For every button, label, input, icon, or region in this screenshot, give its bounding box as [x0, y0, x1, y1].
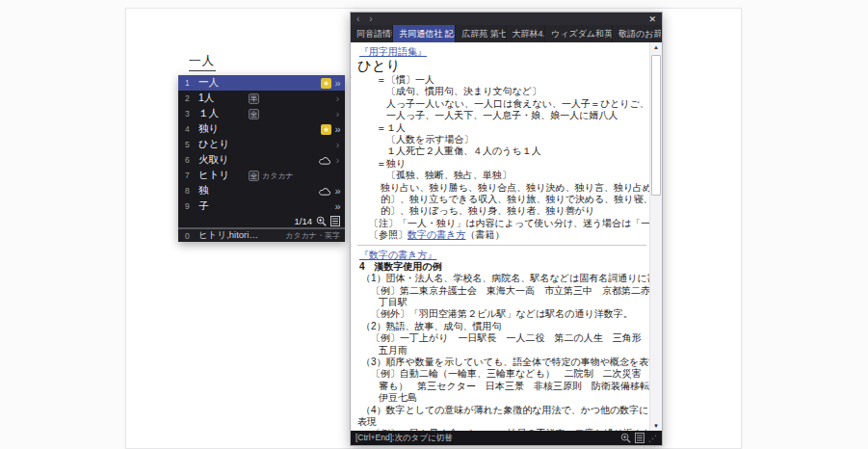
- dict-tab-0[interactable]: 同音語情報: [351, 25, 393, 42]
- content-line: 〔例〕第二東京弁護士会 東海大一高 市立第三中 京都第二赤十字病院 本郷三: [357, 285, 646, 297]
- back-icon[interactable]: ‹: [356, 13, 359, 25]
- candidate-row[interactable]: 9子»: [178, 198, 345, 214]
- close-icon[interactable]: ✕: [648, 13, 656, 25]
- content-line: （3）順序や数量を示していても、語全体で特定の事物や概念を表す場合: [357, 357, 646, 368]
- dict-tab-2[interactable]: 広辞苑 第七版: [456, 25, 506, 42]
- text-run: 的〕、独りぼっち、独り身、独り者、独り善がり: [381, 205, 594, 216]
- candidate-row[interactable]: 4独り★»: [178, 121, 345, 137]
- content-line: 〔成句、慣用句、決まり文句など〕: [357, 86, 646, 97]
- text-run: 審も） 第三セクター 日本三景 非核三原則 防衛装備移転三原則 北方四島: [379, 381, 662, 391]
- candidate-row[interactable]: 21人半›: [178, 91, 345, 106]
- list-view-icon[interactable]: [330, 216, 340, 226]
- content-line: 〔注〕「一人・独り」は内容によって使い分け、迷う場合は「一人」とする。: [357, 218, 646, 229]
- text-run: ＝１人: [377, 122, 406, 133]
- content-line: 『数字の書き方』: [357, 249, 646, 261]
- candidate-row[interactable]: 6火取り›: [178, 152, 345, 168]
- text-run: ＝独り: [377, 158, 406, 169]
- text-run: （3）順序や数量を示していても、語全体で特定の事物や概念を表す場合: [361, 357, 662, 367]
- content-line: （2）熟語、故事、成句、慣用句: [357, 321, 646, 332]
- ime-composition-text: 一人: [189, 53, 216, 71]
- dict-tab-4[interactable]: ウィズダム和英辞…: [545, 25, 613, 42]
- candidate-row-icons: ›: [333, 140, 342, 150]
- dict-tab-5[interactable]: 敬語のお辞典: [613, 25, 662, 42]
- candidate-row[interactable]: 5ひとり›: [178, 137, 345, 152]
- text-run: 伊豆七島: [379, 392, 417, 403]
- candidate-row[interactable]: 1一人★»: [178, 75, 345, 91]
- dictionary-window: ‹ › ✕ 同音語情報共同通信社 記者…広辞苑 第七版大辞林4.0ウィズダム和英…: [350, 12, 663, 446]
- chevron-double-right-icon[interactable]: »: [333, 124, 342, 135]
- candidate-text: 火取り: [198, 153, 249, 167]
- candidate-text: ひとり: [198, 138, 249, 151]
- chevron-right-icon[interactable]: ›: [333, 155, 342, 166]
- dict-tab-3[interactable]: 大辞林4.0: [507, 25, 546, 42]
- text-run: 〔注〕「一人・独り」は内容によって使い分け、迷う場合は「一人」とする。: [369, 218, 662, 228]
- candidate-number: 1: [185, 78, 198, 88]
- desktop: 一人 1一人★»21人半›3１人全›4独り★»5ひとり›6火取り›7ヒトリ全カタ…: [0, 0, 868, 449]
- candidate-number: 8: [185, 186, 198, 196]
- text-run: 〔人数を示す場合〕: [386, 134, 473, 145]
- content-line: 〔例〕自動二輪（一輪車、三輪車なども） 二院制 二次災害 三審制（一審、二: [357, 368, 646, 380]
- content-line: 審も） 第三セクター 日本三景 非核三原則 防衛装備移転三原則 北方四島: [357, 381, 646, 392]
- text-run: 〔例〕第二東京弁護士会 東海大一高 市立第三中 京都第二赤十字病院 本郷三: [371, 285, 662, 296]
- chevron-double-right-icon[interactable]: »: [333, 201, 342, 212]
- text-run: （4）数字としての意味が薄れた象徴的な用法で、かつ他の数字には置き換えられない: [361, 405, 662, 415]
- content-line: ＝１人: [357, 122, 646, 134]
- candidate-row-icons: ›: [333, 109, 342, 119]
- candidate-row-icons: ★»: [321, 78, 342, 89]
- content-line: 的〕、独りぼっち、独り身、独り者、独り善がり: [357, 205, 646, 217]
- scrollbar-thumb[interactable]: [651, 55, 661, 196]
- candidate-text: 独り: [198, 122, 249, 136]
- candidate-row-zero[interactable]: 0 ヒトリ,hitori… カタカナ・英字: [178, 227, 345, 242]
- chevron-double-right-icon[interactable]: »: [333, 78, 342, 89]
- candidate-annotations: 全カタカナ: [249, 171, 342, 181]
- content-line: 一人っ子、一人天下、一人息子・娘、娘一人に婿八人: [357, 110, 646, 121]
- candidate-number: 4: [185, 124, 198, 134]
- candidate-status-row: 1/14: [178, 214, 345, 227]
- candidate-row[interactable]: 7ヒトリ全カタカナ: [178, 168, 345, 183]
- candidate-row[interactable]: 8独»: [178, 183, 345, 198]
- chevron-right-icon[interactable]: ›: [333, 140, 342, 150]
- cloud-icon: [319, 187, 331, 196]
- dict-link[interactable]: 『数字の書き方』: [359, 250, 436, 260]
- content-line: 〔例〕一日も早く会いたい 一社員の不祥事 二度と繰り返さない 百八十度の方: [357, 428, 646, 431]
- text-run: 的〕、独り立ちできる収入、独り旅、独りで決める、独り寝、独り舞台〔比喩: [381, 194, 662, 204]
- chevron-double-right-icon[interactable]: »: [333, 186, 342, 197]
- zoom-icon[interactable]: [316, 216, 327, 226]
- dictionary-tabbar: 同音語情報共同通信社 記者…広辞苑 第七版大辞林4.0ウィズダム和英辞…敬語のお…: [351, 25, 662, 42]
- chevron-right-icon[interactable]: ›: [333, 109, 342, 119]
- text-run: 〔例外〕「羽田空港第２ビル駅」などは駅名の通り洋数字。: [371, 308, 633, 319]
- dict-link[interactable]: 『用字用語集』: [359, 46, 427, 57]
- scroll-down-icon[interactable]: ▼: [650, 423, 662, 429]
- candidate-annotations: 全: [249, 109, 333, 119]
- list-view-icon[interactable]: [635, 433, 644, 443]
- content-line: 〔人数を示す場合〕: [357, 134, 646, 145]
- candidate-text: 独: [198, 184, 249, 198]
- zoom-icon[interactable]: [620, 433, 631, 443]
- scroll-up-icon[interactable]: ▲: [650, 44, 662, 50]
- text-run: 〔参照〕: [369, 229, 408, 240]
- candidate-number: 7: [185, 171, 198, 180]
- candidate-row-icons: ›: [333, 93, 342, 104]
- content-line: 〔例〕一丁上がり 一日駅長 一人二役 第二の人生 三角形 第三者 三権分立: [357, 332, 646, 344]
- candidate-number: 3: [185, 109, 198, 119]
- forward-icon[interactable]: ›: [369, 13, 372, 25]
- chevron-right-icon[interactable]: ›: [333, 93, 342, 104]
- text-run: 〔例〕一丁上がり 一日駅長 一人二役 第二の人生 三角形 第三者 三権分立: [371, 332, 662, 343]
- content-line: （4）数字としての意味が薄れた象徴的な用法で、かつ他の数字には置き換えられない: [357, 405, 646, 416]
- dict-link[interactable]: 数字の書き方: [408, 229, 465, 240]
- candidate-type-label: カタカナ: [262, 171, 294, 181]
- content-line: 〔参照〕数字の書き方（書籍）: [357, 229, 646, 241]
- text-run: （1）団体・法人名、学校名、病院名、駅名などは固有名詞通りに書く: [361, 273, 662, 283]
- content-line: 『用字用語集』: [357, 45, 646, 58]
- scrollbar[interactable]: ▲ ▼: [649, 42, 662, 431]
- candidate-number: 2: [185, 93, 198, 103]
- text-run: １人死亡２人重傷、４人のうち１人: [386, 145, 541, 156]
- charwidth-tag-icon: 半: [249, 93, 259, 104]
- candidate-row[interactable]: 3１人全›: [178, 106, 345, 121]
- candidate-row-icons: »: [333, 201, 342, 212]
- candidate-row-icons: »: [319, 186, 342, 197]
- charwidth-tag-icon: 全: [249, 109, 259, 119]
- candidate-annotations: 半: [249, 93, 333, 104]
- dict-tab-1[interactable]: 共同通信社 記者…: [393, 25, 456, 42]
- resize-grip[interactable]: ⋰: [648, 434, 657, 443]
